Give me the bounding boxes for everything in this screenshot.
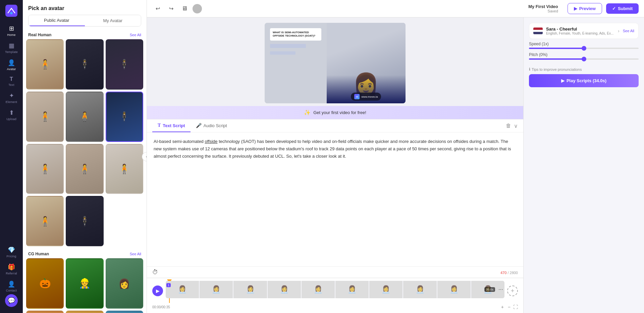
char-count-area: 470 / 2800 xyxy=(500,269,518,275)
timeline-area: ▶ 1 👩‍💼 xyxy=(147,278,523,313)
redo-button[interactable]: ↪ xyxy=(166,3,176,14)
avatar-thumb[interactable]: 🧍 xyxy=(26,144,64,194)
avatar-thumb-selected[interactable]: 🕴 xyxy=(106,92,143,142)
pitch-slider[interactable] xyxy=(529,58,639,60)
tab-my-avatar[interactable]: My Avatar xyxy=(85,15,141,26)
zoom-out-button[interactable]: − xyxy=(506,304,512,310)
avatar-thumb-cg[interactable]: 👨 xyxy=(26,311,64,313)
avatar-thumb-cg[interactable]: 🎃 xyxy=(26,258,64,309)
contact-icon: 👤 xyxy=(8,280,15,288)
timeline-thumb[interactable]: 👩‍💼 xyxy=(268,281,301,298)
sidebar-item-element[interactable]: ✦ Element xyxy=(0,89,23,106)
text-script-icon: T xyxy=(158,123,161,128)
thumb-avatar-icon: 👩‍💼 xyxy=(314,285,323,294)
avatar-tab-row: Public Avatar My Avatar xyxy=(28,15,141,27)
timer-icon[interactable]: ⏱ xyxy=(152,269,158,276)
avatar-figure: 🕴 xyxy=(66,197,103,246)
avatar-thumb[interactable]: 🕴 xyxy=(106,39,143,90)
avatar-thumb-cg[interactable]: 👷 xyxy=(66,311,103,313)
zoom-in-button[interactable]: + xyxy=(500,304,505,310)
script-content[interactable]: AI-based semi-automated offside technolo… xyxy=(147,133,523,266)
timeline-zoom-controls: + − ⛶ xyxy=(500,304,518,310)
see-all-voices-button[interactable]: See All xyxy=(623,29,634,33)
avatar-thumb[interactable]: 🧍 xyxy=(106,144,143,194)
avatar-thumb[interactable]: 🧍 xyxy=(66,144,103,194)
sidebar-item-pricing[interactable]: 💎 Pricing xyxy=(0,243,23,260)
timeline-more-button[interactable]: ⋯ xyxy=(498,287,503,292)
sidebar-item-referral[interactable]: 🎁 Referral xyxy=(0,260,23,277)
tab-text-script[interactable]: T Text Script xyxy=(152,119,191,132)
avatar-thumb[interactable]: 🧍 xyxy=(26,92,64,142)
timeline-thumb[interactable]: 👩‍💼 xyxy=(437,281,471,298)
avatar-panel-scroll: Real Human See All 🧍 🕴 🕴 🧍 🧍 🕴 xyxy=(23,30,147,313)
sidebar-item-home[interactable]: ⊞ Home xyxy=(0,21,23,39)
avatar-thumb-cg[interactable]: 👷 xyxy=(66,258,103,309)
home-icon: ⊞ xyxy=(9,25,14,32)
sidebar-item-template[interactable]: ▦ Template xyxy=(0,39,23,56)
video-right-panel: 👩‍💼 M www.movio.la xyxy=(327,23,406,103)
real-human-header: Real Human See All xyxy=(26,30,143,39)
cg-human-see-all[interactable]: See All xyxy=(130,252,141,256)
tab-public-avatar[interactable]: Public Avatar xyxy=(29,15,85,26)
timeline-thumb[interactable]: 👩‍💼 xyxy=(403,281,436,298)
preview-monitor-button[interactable]: 🖥 xyxy=(179,3,190,14)
script-tab-row: T Text Script 🎤 Audio Script 🗑 ∨ xyxy=(147,119,523,133)
cg-human-header: CG Human See All xyxy=(26,249,143,258)
promo-banner[interactable]: ✨ Get your first video for free! xyxy=(147,106,523,119)
timeline-thumb[interactable]: 👩‍💼 xyxy=(302,281,335,298)
sidebar-item-text[interactable]: T Text xyxy=(0,73,23,89)
avatar-thumb[interactable]: 🧍 xyxy=(66,92,103,142)
scene-number-badge: 1 xyxy=(166,281,171,288)
sidebar-item-contact[interactable]: 👤 Contact xyxy=(0,277,23,294)
avatar-thumb[interactable]: 🕴 xyxy=(66,39,103,90)
timeline-bar: 1 👩‍💼 👩‍💼 👩‍💼 👩‍💼 👩‍💼 👩‍💼 👩‍💼 👩‍💼 xyxy=(166,281,504,298)
avatar-thumb-cg[interactable]: 👩 xyxy=(106,258,143,309)
avatar-thumb[interactable]: 🧍 xyxy=(26,196,64,246)
pitch-fill xyxy=(529,58,584,60)
sidebar-item-upload[interactable]: ⬆ Upload xyxy=(0,106,23,123)
tips-row[interactable]: ℹ Tips to improve pronunciations xyxy=(524,66,644,74)
avatar-thumb[interactable]: 🕴 xyxy=(66,196,103,246)
sidebar-label-contact: Contact xyxy=(6,289,17,292)
app-logo[interactable] xyxy=(4,3,19,18)
video-frame: WHAT IS SEMI-AUTOMATED OFFSIDE TECHNOLOG… xyxy=(265,23,406,103)
panel-title: Pick an avatar xyxy=(23,0,147,15)
fullscreen-button[interactable]: ⛶ xyxy=(513,304,518,310)
timeline-thumb[interactable]: 👩‍💼 xyxy=(233,281,267,298)
collapse-script-button[interactable]: ∨ xyxy=(514,123,518,129)
add-scene-button[interactable]: + xyxy=(507,285,518,296)
avatar-figure: 🧍 xyxy=(27,145,63,194)
submit-button[interactable]: ✓ Submit xyxy=(606,3,639,14)
avatar-thumb-cg[interactable]: 🧑 xyxy=(106,311,143,313)
submit-label: Submit xyxy=(618,6,633,11)
timeline-play-button[interactable]: ▶ xyxy=(152,285,163,296)
sidebar-item-avatar[interactable]: 👤 Avatar xyxy=(0,56,23,73)
avatar-figure: 🧍 xyxy=(27,197,63,246)
scene-badge-label: 1 xyxy=(166,283,171,287)
avatar-panel: Pick an avatar Public Avatar My Avatar R… xyxy=(23,0,147,313)
real-human-see-all[interactable]: See All xyxy=(130,33,141,37)
avatar-figure: 🕴 xyxy=(106,40,143,89)
pitch-slider-row: Pitch (0%) xyxy=(529,52,639,60)
voice-arrow-button[interactable]: › xyxy=(618,28,620,34)
timeline-thumb[interactable]: 👩‍💼 xyxy=(335,281,369,298)
timeline-thumb[interactable]: 👩‍💼 xyxy=(200,281,233,298)
video-title-area: My First Video Saved xyxy=(528,4,558,13)
play-scripts-button[interactable]: ▶ Play Scripts (34.0s) xyxy=(529,74,639,87)
sidebar-label-element: Element xyxy=(6,100,17,104)
timeline-thumb[interactable]: 👩‍💼 35.0s ⋯ xyxy=(471,281,504,298)
avatar-thumb[interactable]: 🧍 xyxy=(26,39,64,90)
video-underline-bar xyxy=(270,44,306,48)
thumb-avatar-icon: 👩‍💼 xyxy=(347,285,357,294)
voice-tags: English, Female, Youth, E-learning, Ads,… xyxy=(546,32,614,35)
speed-slider[interactable] xyxy=(529,48,639,49)
delete-script-button[interactable]: 🗑 xyxy=(506,123,511,129)
chat-bubble-button[interactable]: 💬 xyxy=(5,294,18,307)
speed-thumb[interactable] xyxy=(582,46,586,51)
movio-logo-small: M xyxy=(354,94,360,99)
undo-button[interactable]: ↩ xyxy=(152,3,163,14)
tab-audio-script[interactable]: 🎤 Audio Script xyxy=(191,119,232,132)
preview-button[interactable]: ▶ Preview xyxy=(568,3,602,14)
pitch-thumb[interactable] xyxy=(582,57,586,61)
timeline-thumb[interactable]: 👩‍💼 xyxy=(369,281,402,298)
